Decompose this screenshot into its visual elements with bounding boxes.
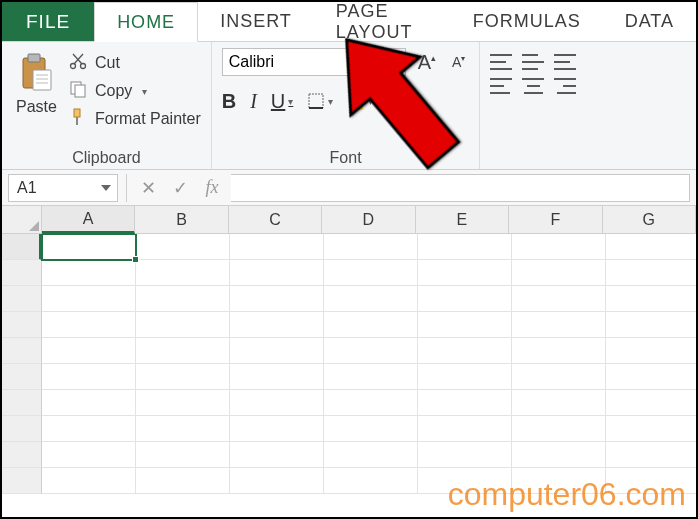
cell[interactable] — [512, 364, 606, 390]
cell[interactable] — [230, 234, 324, 260]
column-header[interactable]: B — [135, 206, 228, 233]
column-header[interactable]: A — [42, 206, 135, 234]
align-middle-button[interactable] — [522, 54, 544, 70]
row-header[interactable] — [2, 390, 42, 416]
name-box[interactable]: A1 — [8, 174, 118, 202]
cell[interactable] — [418, 260, 512, 286]
cell[interactable] — [42, 416, 136, 442]
row-header[interactable] — [2, 234, 42, 260]
cell[interactable] — [324, 338, 418, 364]
cell[interactable] — [42, 312, 136, 338]
cell[interactable] — [136, 286, 230, 312]
row-header[interactable] — [2, 468, 42, 494]
tab-formulas[interactable]: FORMULAS — [451, 2, 603, 41]
row-header[interactable] — [2, 286, 42, 312]
cell[interactable] — [512, 312, 606, 338]
italic-button[interactable]: I — [250, 90, 257, 113]
cell[interactable] — [418, 286, 512, 312]
align-bottom-button[interactable] — [554, 54, 576, 70]
copy-button[interactable]: Copy ▾ — [69, 80, 201, 102]
cell[interactable] — [512, 338, 606, 364]
cell[interactable] — [136, 338, 230, 364]
cell[interactable] — [324, 390, 418, 416]
cell[interactable] — [324, 416, 418, 442]
cell[interactable] — [512, 416, 606, 442]
increase-font-button[interactable]: A▴ — [414, 49, 440, 76]
cell[interactable] — [42, 364, 136, 390]
cell[interactable] — [324, 468, 418, 494]
cell[interactable] — [606, 338, 696, 364]
cell[interactable] — [418, 442, 512, 468]
cell[interactable] — [230, 312, 324, 338]
cell[interactable] — [324, 286, 418, 312]
cell[interactable] — [418, 416, 512, 442]
row-header[interactable] — [2, 312, 42, 338]
row-header[interactable] — [2, 260, 42, 286]
cell[interactable] — [512, 260, 606, 286]
row-header[interactable] — [2, 338, 42, 364]
cell[interactable] — [324, 364, 418, 390]
cell[interactable] — [606, 416, 696, 442]
cell[interactable] — [42, 468, 136, 494]
cell[interactable] — [42, 442, 136, 468]
column-header[interactable]: G — [603, 206, 696, 233]
row-header[interactable] — [2, 416, 42, 442]
cell[interactable] — [606, 286, 696, 312]
cell[interactable] — [512, 468, 606, 494]
cell[interactable] — [418, 338, 512, 364]
enter-button[interactable]: ✓ — [167, 174, 193, 202]
cell[interactable] — [136, 364, 230, 390]
row-header[interactable] — [2, 364, 42, 390]
font-name-dropdown[interactable]: Calibri — [222, 48, 362, 76]
cell[interactable] — [418, 364, 512, 390]
column-header[interactable]: E — [416, 206, 509, 233]
formula-input[interactable] — [231, 174, 690, 202]
select-all-corner[interactable] — [2, 206, 42, 233]
cell[interactable] — [230, 364, 324, 390]
border-button[interactable]: ▾ — [307, 92, 333, 110]
cell[interactable] — [136, 234, 230, 260]
tab-home[interactable]: HOME — [94, 2, 198, 42]
cell[interactable] — [230, 416, 324, 442]
paste-button[interactable]: Paste — [12, 48, 61, 145]
cell-a1[interactable] — [42, 234, 136, 260]
align-top-button[interactable] — [490, 54, 512, 70]
insert-function-button[interactable]: fx — [199, 174, 225, 202]
align-right-button[interactable] — [554, 78, 576, 94]
cell[interactable] — [606, 468, 696, 494]
fill-color-button[interactable]: ▾ — [347, 92, 373, 110]
align-left-button[interactable] — [490, 78, 512, 94]
cell[interactable] — [606, 364, 696, 390]
cell[interactable] — [606, 260, 696, 286]
cell[interactable] — [324, 312, 418, 338]
cell[interactable] — [136, 312, 230, 338]
tab-file[interactable]: FILE — [2, 2, 94, 41]
cell[interactable] — [230, 468, 324, 494]
cell[interactable] — [606, 312, 696, 338]
cell[interactable] — [136, 390, 230, 416]
cell[interactable] — [606, 390, 696, 416]
cell[interactable] — [230, 442, 324, 468]
cell[interactable] — [136, 416, 230, 442]
column-header[interactable]: D — [322, 206, 415, 233]
underline-button[interactable]: U▾ — [271, 90, 293, 113]
cell[interactable] — [512, 286, 606, 312]
format-painter-button[interactable]: Format Painter — [69, 108, 201, 130]
cell[interactable] — [418, 312, 512, 338]
cell[interactable] — [512, 442, 606, 468]
tab-data[interactable]: DATA — [603, 2, 696, 41]
tab-insert[interactable]: INSERT — [198, 2, 314, 41]
cell[interactable] — [324, 442, 418, 468]
cell[interactable] — [606, 442, 696, 468]
cell[interactable] — [42, 286, 136, 312]
column-header[interactable]: F — [509, 206, 602, 233]
cell[interactable] — [324, 260, 418, 286]
tab-page-layout[interactable]: PAGE LAYOUT — [314, 2, 451, 41]
cell[interactable] — [606, 234, 696, 260]
cell[interactable] — [230, 286, 324, 312]
cut-button[interactable]: Cut — [69, 52, 201, 74]
bold-button[interactable]: B — [222, 90, 236, 113]
cell[interactable] — [42, 338, 136, 364]
cell[interactable] — [42, 390, 136, 416]
cancel-button[interactable]: ✕ — [135, 174, 161, 202]
